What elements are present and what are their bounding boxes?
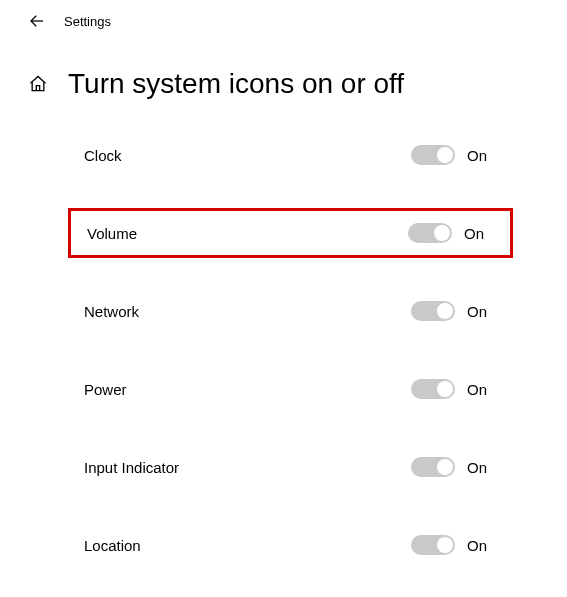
setting-label: Power (84, 381, 127, 398)
toggle-power[interactable] (411, 379, 455, 399)
toggle-group: On (411, 145, 495, 165)
page-title: Turn system icons on or off (68, 68, 404, 100)
setting-row-volume: Volume On (68, 208, 513, 258)
setting-label: Volume (87, 225, 137, 242)
settings-list: Clock On Volume On Network On Power On I… (0, 130, 567, 570)
setting-row-power: Power On (68, 364, 513, 414)
setting-label: Location (84, 537, 141, 554)
toggle-clock[interactable] (411, 145, 455, 165)
toggle-group: On (408, 223, 492, 243)
toggle-state-label: On (467, 303, 495, 320)
toggle-group: On (411, 301, 495, 321)
toggle-volume[interactable] (408, 223, 452, 243)
top-bar-title: Settings (64, 14, 111, 29)
toggle-network[interactable] (411, 301, 455, 321)
toggle-state-label: On (467, 147, 495, 164)
toggle-state-label: On (464, 225, 492, 242)
toggle-input-indicator[interactable] (411, 457, 455, 477)
toggle-group: On (411, 535, 495, 555)
setting-row-location: Location On (68, 520, 513, 570)
top-bar: Settings (0, 0, 567, 38)
setting-label: Network (84, 303, 139, 320)
home-icon[interactable] (28, 74, 48, 94)
setting-label: Clock (84, 147, 122, 164)
setting-label: Input Indicator (84, 459, 179, 476)
toggle-location[interactable] (411, 535, 455, 555)
back-arrow-icon[interactable] (28, 12, 46, 30)
toggle-state-label: On (467, 537, 495, 554)
toggle-group: On (411, 457, 495, 477)
setting-row-clock: Clock On (68, 130, 513, 180)
setting-row-network: Network On (68, 286, 513, 336)
page-header: Turn system icons on or off (0, 38, 567, 130)
toggle-group: On (411, 379, 495, 399)
toggle-state-label: On (467, 381, 495, 398)
setting-row-input-indicator: Input Indicator On (68, 442, 513, 492)
toggle-state-label: On (467, 459, 495, 476)
